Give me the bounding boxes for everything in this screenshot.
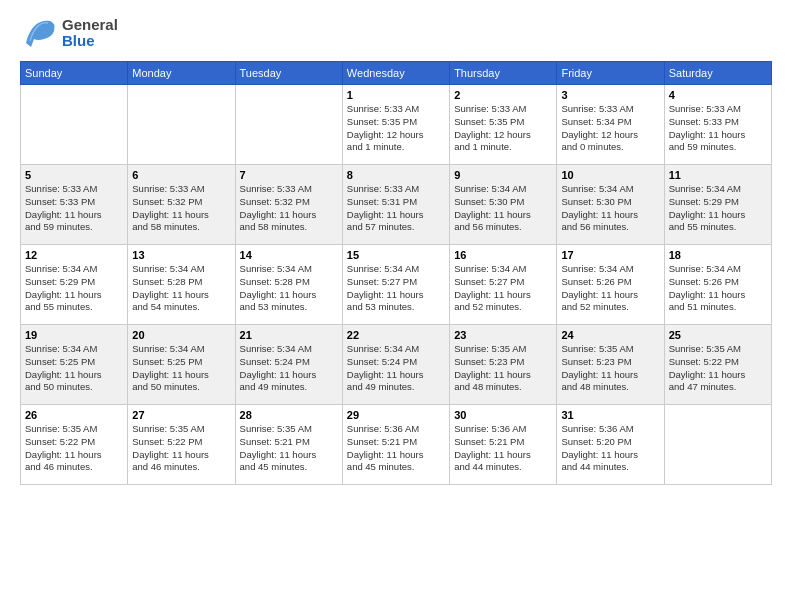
calendar-cell: 2Sunrise: 5:33 AM Sunset: 5:35 PM Daylig… [450,85,557,165]
day-number: 16 [454,249,552,261]
day-info: Sunrise: 5:34 AM Sunset: 5:28 PM Dayligh… [240,263,338,314]
calendar-cell [235,85,342,165]
day-number: 31 [561,409,659,421]
calendar-cell: 21Sunrise: 5:34 AM Sunset: 5:24 PM Dayli… [235,325,342,405]
weekday-header-saturday: Saturday [664,62,771,85]
calendar-cell: 8Sunrise: 5:33 AM Sunset: 5:31 PM Daylig… [342,165,449,245]
weekday-row: SundayMondayTuesdayWednesdayThursdayFrid… [21,62,772,85]
day-info: Sunrise: 5:36 AM Sunset: 5:20 PM Dayligh… [561,423,659,474]
week-row-2: 5Sunrise: 5:33 AM Sunset: 5:33 PM Daylig… [21,165,772,245]
header: General Blue [20,15,772,51]
day-info: Sunrise: 5:33 AM Sunset: 5:33 PM Dayligh… [25,183,123,234]
day-number: 21 [240,329,338,341]
day-info: Sunrise: 5:33 AM Sunset: 5:35 PM Dayligh… [347,103,445,154]
calendar-cell [21,85,128,165]
day-number: 18 [669,249,767,261]
day-number: 7 [240,169,338,181]
day-info: Sunrise: 5:33 AM Sunset: 5:35 PM Dayligh… [454,103,552,154]
weekday-header-thursday: Thursday [450,62,557,85]
weekday-header-friday: Friday [557,62,664,85]
day-info: Sunrise: 5:35 AM Sunset: 5:22 PM Dayligh… [25,423,123,474]
calendar-cell: 16Sunrise: 5:34 AM Sunset: 5:27 PM Dayli… [450,245,557,325]
calendar-cell: 29Sunrise: 5:36 AM Sunset: 5:21 PM Dayli… [342,405,449,485]
day-info: Sunrise: 5:35 AM Sunset: 5:22 PM Dayligh… [132,423,230,474]
calendar-cell: 25Sunrise: 5:35 AM Sunset: 5:22 PM Dayli… [664,325,771,405]
calendar-cell: 22Sunrise: 5:34 AM Sunset: 5:24 PM Dayli… [342,325,449,405]
logo-container: General Blue [20,15,118,51]
day-number: 15 [347,249,445,261]
day-number: 22 [347,329,445,341]
day-info: Sunrise: 5:34 AM Sunset: 5:30 PM Dayligh… [454,183,552,234]
day-info: Sunrise: 5:33 AM Sunset: 5:33 PM Dayligh… [669,103,767,154]
calendar-cell: 6Sunrise: 5:33 AM Sunset: 5:32 PM Daylig… [128,165,235,245]
calendar-cell [128,85,235,165]
day-number: 6 [132,169,230,181]
week-row-5: 26Sunrise: 5:35 AM Sunset: 5:22 PM Dayli… [21,405,772,485]
calendar-cell: 10Sunrise: 5:34 AM Sunset: 5:30 PM Dayli… [557,165,664,245]
calendar-cell: 13Sunrise: 5:34 AM Sunset: 5:28 PM Dayli… [128,245,235,325]
calendar-cell: 30Sunrise: 5:36 AM Sunset: 5:21 PM Dayli… [450,405,557,485]
day-number: 5 [25,169,123,181]
calendar-cell: 19Sunrise: 5:34 AM Sunset: 5:25 PM Dayli… [21,325,128,405]
calendar-cell: 14Sunrise: 5:34 AM Sunset: 5:28 PM Dayli… [235,245,342,325]
day-number: 12 [25,249,123,261]
weekday-header-wednesday: Wednesday [342,62,449,85]
day-info: Sunrise: 5:35 AM Sunset: 5:22 PM Dayligh… [669,343,767,394]
day-number: 11 [669,169,767,181]
calendar-cell: 31Sunrise: 5:36 AM Sunset: 5:20 PM Dayli… [557,405,664,485]
day-info: Sunrise: 5:33 AM Sunset: 5:34 PM Dayligh… [561,103,659,154]
calendar-header: SundayMondayTuesdayWednesdayThursdayFrid… [21,62,772,85]
calendar-body: 1Sunrise: 5:33 AM Sunset: 5:35 PM Daylig… [21,85,772,485]
day-number: 29 [347,409,445,421]
calendar-cell: 18Sunrise: 5:34 AM Sunset: 5:26 PM Dayli… [664,245,771,325]
calendar-cell: 24Sunrise: 5:35 AM Sunset: 5:23 PM Dayli… [557,325,664,405]
day-info: Sunrise: 5:33 AM Sunset: 5:31 PM Dayligh… [347,183,445,234]
day-number: 26 [25,409,123,421]
calendar-cell: 27Sunrise: 5:35 AM Sunset: 5:22 PM Dayli… [128,405,235,485]
calendar-cell: 9Sunrise: 5:34 AM Sunset: 5:30 PM Daylig… [450,165,557,245]
day-number: 4 [669,89,767,101]
day-info: Sunrise: 5:36 AM Sunset: 5:21 PM Dayligh… [454,423,552,474]
day-info: Sunrise: 5:33 AM Sunset: 5:32 PM Dayligh… [240,183,338,234]
day-number: 28 [240,409,338,421]
day-number: 23 [454,329,552,341]
calendar-cell: 3Sunrise: 5:33 AM Sunset: 5:34 PM Daylig… [557,85,664,165]
logo: General Blue [20,15,118,51]
day-info: Sunrise: 5:33 AM Sunset: 5:32 PM Dayligh… [132,183,230,234]
day-number: 27 [132,409,230,421]
calendar-cell: 15Sunrise: 5:34 AM Sunset: 5:27 PM Dayli… [342,245,449,325]
day-info: Sunrise: 5:34 AM Sunset: 5:27 PM Dayligh… [347,263,445,314]
day-number: 8 [347,169,445,181]
day-number: 24 [561,329,659,341]
calendar-cell: 17Sunrise: 5:34 AM Sunset: 5:26 PM Dayli… [557,245,664,325]
day-number: 3 [561,89,659,101]
calendar-cell: 7Sunrise: 5:33 AM Sunset: 5:32 PM Daylig… [235,165,342,245]
day-info: Sunrise: 5:35 AM Sunset: 5:23 PM Dayligh… [454,343,552,394]
calendar: SundayMondayTuesdayWednesdayThursdayFrid… [20,61,772,485]
weekday-header-sunday: Sunday [21,62,128,85]
calendar-cell: 11Sunrise: 5:34 AM Sunset: 5:29 PM Dayli… [664,165,771,245]
day-info: Sunrise: 5:34 AM Sunset: 5:26 PM Dayligh… [669,263,767,314]
day-number: 10 [561,169,659,181]
day-info: Sunrise: 5:34 AM Sunset: 5:27 PM Dayligh… [454,263,552,314]
day-info: Sunrise: 5:34 AM Sunset: 5:25 PM Dayligh… [132,343,230,394]
weekday-header-monday: Monday [128,62,235,85]
day-number: 1 [347,89,445,101]
calendar-cell [664,405,771,485]
week-row-3: 12Sunrise: 5:34 AM Sunset: 5:29 PM Dayli… [21,245,772,325]
day-number: 2 [454,89,552,101]
calendar-cell: 20Sunrise: 5:34 AM Sunset: 5:25 PM Dayli… [128,325,235,405]
day-info: Sunrise: 5:34 AM Sunset: 5:26 PM Dayligh… [561,263,659,314]
week-row-4: 19Sunrise: 5:34 AM Sunset: 5:25 PM Dayli… [21,325,772,405]
day-info: Sunrise: 5:36 AM Sunset: 5:21 PM Dayligh… [347,423,445,474]
logo-icon [20,15,56,51]
calendar-cell: 5Sunrise: 5:33 AM Sunset: 5:33 PM Daylig… [21,165,128,245]
day-number: 9 [454,169,552,181]
weekday-header-tuesday: Tuesday [235,62,342,85]
calendar-cell: 1Sunrise: 5:33 AM Sunset: 5:35 PM Daylig… [342,85,449,165]
day-info: Sunrise: 5:34 AM Sunset: 5:24 PM Dayligh… [347,343,445,394]
day-number: 14 [240,249,338,261]
day-info: Sunrise: 5:34 AM Sunset: 5:24 PM Dayligh… [240,343,338,394]
day-number: 20 [132,329,230,341]
day-info: Sunrise: 5:35 AM Sunset: 5:21 PM Dayligh… [240,423,338,474]
